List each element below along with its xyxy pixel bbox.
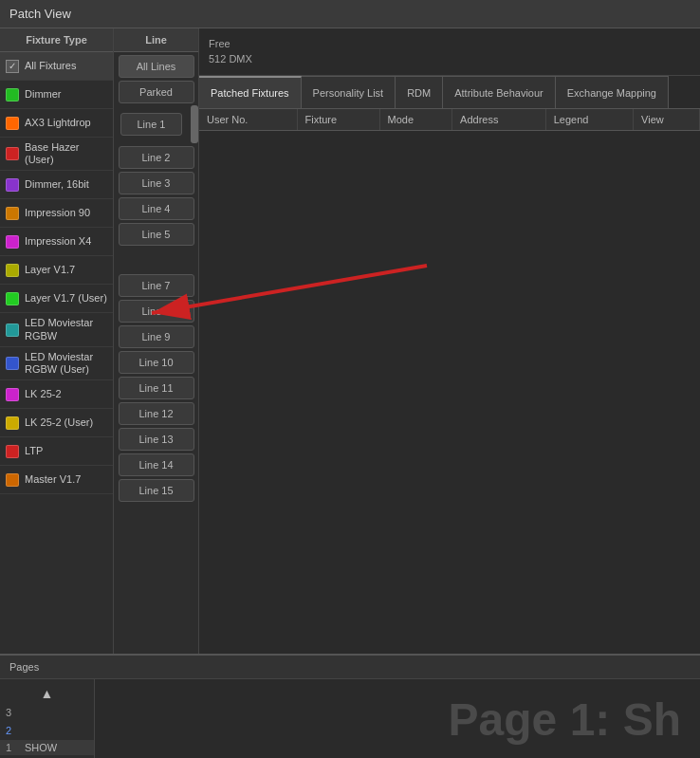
pages-header: Pages bbox=[0, 656, 700, 679]
line-9-button[interactable]: Line 9 bbox=[119, 325, 194, 348]
fixture-name-lk-25-2: LK 25-2 bbox=[25, 388, 62, 400]
fixture-name-dimmer: Dimmer bbox=[25, 88, 62, 101]
fixture-item-layer-v17-user[interactable]: Layer V1.7 (User) bbox=[0, 285, 113, 313]
tab-attribute-behaviour[interactable]: Attribute Behaviour bbox=[443, 76, 556, 108]
page-row-1[interactable]: 1 SHOW bbox=[0, 740, 94, 755]
fixture-name-impression-x4: Impression X4 bbox=[25, 235, 91, 248]
line-panel-header: Line bbox=[114, 28, 198, 52]
fixture-color-layer-v17 bbox=[6, 264, 19, 277]
page-up-row[interactable]: ▲ bbox=[0, 684, 94, 703]
patch-table: User No. Fixture Mode Address Legend Vie… bbox=[199, 109, 700, 131]
line-14-button[interactable]: Line 14 bbox=[119, 453, 194, 476]
all-fixtures-label: All Fixtures bbox=[25, 60, 76, 72]
fixture-color-base-hazer bbox=[6, 147, 19, 160]
pages-section: Pages ▲ 3 2 1 SHOW Page 1: Sh bbox=[0, 654, 700, 758]
all-lines-button[interactable]: All Lines bbox=[119, 55, 194, 78]
fixture-name-dimmer-16bit: Dimmer, 16bit bbox=[25, 178, 89, 191]
fixture-item-impression-90[interactable]: Impression 90 bbox=[0, 199, 113, 228]
line-list: All Lines Parked Line 1 Line 2 Line 3 Li… bbox=[114, 52, 198, 654]
fixture-item-dimmer[interactable]: Dimmer bbox=[0, 81, 113, 109]
dmx-free-label: Free bbox=[209, 37, 691, 51]
col-mode: Mode bbox=[379, 109, 452, 131]
tabs-bar: Patched Fixtures Personality List RDM At… bbox=[199, 76, 700, 109]
fixture-name-ltp: LTP bbox=[25, 445, 43, 457]
fixture-item-impression-x4[interactable]: Impression X4 bbox=[0, 228, 113, 256]
tab-patched-fixtures[interactable]: Patched Fixtures bbox=[199, 76, 302, 108]
fixture-item-master-v17[interactable]: Master V1.7 bbox=[0, 466, 113, 494]
page-number-2: 2 bbox=[6, 725, 25, 736]
page-number-3: 3 bbox=[6, 707, 25, 718]
line-3-button[interactable]: Line 3 bbox=[119, 172, 194, 194]
page-row-3[interactable]: 3 bbox=[0, 705, 94, 720]
line-5-button[interactable]: Line 5 bbox=[119, 223, 194, 246]
all-fixtures-checkbox: ✓ bbox=[6, 60, 19, 73]
fixture-color-master-v17 bbox=[6, 473, 19, 487]
fixture-name-led-moviestar: LED Moviestar RGBW bbox=[25, 317, 107, 342]
col-user-no: User No. bbox=[199, 109, 297, 131]
page-up-arrow: ▲ bbox=[41, 686, 54, 701]
title-bar: Patch View bbox=[0, 0, 700, 28]
fixture-name-impression-90: Impression 90 bbox=[25, 207, 90, 219]
line-12-button[interactable]: Line 12 bbox=[119, 402, 194, 425]
pages-right: Page 1: Sh bbox=[95, 679, 700, 758]
fixture-item-led-moviestar-user[interactable]: LED Moviestar RGBW (User) bbox=[0, 347, 113, 380]
fixture-item-layer-v17[interactable]: Layer V1.7 bbox=[0, 256, 113, 285]
line-1-button[interactable]: Line 1 bbox=[120, 113, 182, 136]
col-view: View bbox=[634, 109, 700, 131]
fixture-color-led-moviestar bbox=[6, 324, 19, 337]
page-number-1: 1 bbox=[6, 742, 25, 753]
fixture-item-lk-25-2-user[interactable]: LK 25-2 (User) bbox=[0, 409, 113, 437]
line-2-button[interactable]: Line 2 bbox=[119, 146, 194, 169]
fixture-name-ax3: AX3 Lightdrop bbox=[25, 117, 91, 129]
line-10-button[interactable]: Line 10 bbox=[119, 351, 194, 374]
col-legend: Legend bbox=[545, 109, 633, 131]
title-text: Patch View bbox=[9, 7, 71, 21]
fixture-color-impression-x4 bbox=[6, 235, 19, 249]
fixture-color-lk-25-2 bbox=[6, 388, 19, 401]
page-label-1: SHOW bbox=[25, 742, 88, 753]
fixture-item-base-hazer[interactable]: Base Hazer (User) bbox=[0, 138, 113, 171]
dmx-info: Free 512 DMX bbox=[199, 28, 700, 76]
fixture-color-ax3 bbox=[6, 117, 19, 130]
fixture-item-ltp[interactable]: LTP bbox=[0, 437, 113, 466]
fixture-name-layer-v17: Layer V1.7 bbox=[25, 264, 75, 276]
tab-exchange-mapping[interactable]: Exchange Mapping bbox=[556, 76, 669, 108]
fixture-name-base-hazer: Base Hazer (User) bbox=[25, 141, 107, 166]
line-15-button[interactable]: Line 15 bbox=[119, 479, 194, 502]
line-11-button[interactable]: Line 11 bbox=[119, 377, 194, 399]
tab-rdm[interactable]: RDM bbox=[396, 76, 443, 108]
all-fixtures-item[interactable]: ✓ All Fixtures bbox=[0, 52, 113, 81]
fixture-item-dimmer-16bit[interactable]: Dimmer, 16bit bbox=[0, 171, 113, 199]
pages-label: Pages bbox=[9, 661, 39, 673]
fixture-color-layer-v17-user bbox=[6, 292, 19, 305]
parked-button[interactable]: Parked bbox=[119, 81, 194, 103]
fixture-name-layer-v17-user: Layer V1.7 (User) bbox=[25, 292, 107, 305]
line-8-button[interactable]: Line 8 bbox=[119, 300, 194, 323]
pages-content: ▲ 3 2 1 SHOW Page 1: Sh bbox=[0, 679, 700, 758]
fixture-color-lk-25-2-user bbox=[6, 416, 19, 430]
dmx-count-label: 512 DMX bbox=[209, 52, 691, 66]
line-7-button[interactable]: Line 7 bbox=[119, 274, 194, 297]
page-watermark: Page 1: Sh bbox=[449, 693, 681, 746]
fixture-type-header: Fixture Type bbox=[0, 28, 113, 52]
fixture-color-impression-90 bbox=[6, 207, 19, 220]
fixture-color-dimmer bbox=[6, 88, 19, 102]
line-13-button[interactable]: Line 13 bbox=[119, 428, 194, 451]
main-layout: Fixture Type ✓ All Fixtures Dimmer AX3 L… bbox=[0, 28, 700, 654]
table-container: User No. Fixture Mode Address Legend Vie… bbox=[199, 109, 700, 654]
fixture-name-lk-25-2-user: LK 25-2 (User) bbox=[25, 416, 93, 429]
line-4-button[interactable]: Line 4 bbox=[119, 197, 194, 220]
fixture-list: ✓ All Fixtures Dimmer AX3 Lightdrop Base… bbox=[0, 52, 113, 654]
fixture-color-led-moviestar-user bbox=[6, 357, 19, 370]
page-row-2[interactable]: 2 bbox=[0, 723, 94, 738]
tab-personality-list[interactable]: Personality List bbox=[302, 76, 396, 108]
content-area: Free 512 DMX Patched Fixtures Personalit… bbox=[199, 28, 700, 654]
fixture-color-dimmer-16bit bbox=[6, 178, 19, 192]
fixture-name-master-v17: Master V1.7 bbox=[25, 473, 81, 486]
fixture-type-panel: Fixture Type ✓ All Fixtures Dimmer AX3 L… bbox=[0, 28, 114, 654]
pages-left: ▲ 3 2 1 SHOW bbox=[0, 679, 95, 758]
line-panel: Line All Lines Parked Line 1 Line 2 Line… bbox=[114, 28, 199, 654]
fixture-item-ax3[interactable]: AX3 Lightdrop bbox=[0, 109, 113, 138]
fixture-item-led-moviestar[interactable]: LED Moviestar RGBW bbox=[0, 313, 113, 346]
fixture-item-lk-25-2[interactable]: LK 25-2 bbox=[0, 380, 113, 409]
